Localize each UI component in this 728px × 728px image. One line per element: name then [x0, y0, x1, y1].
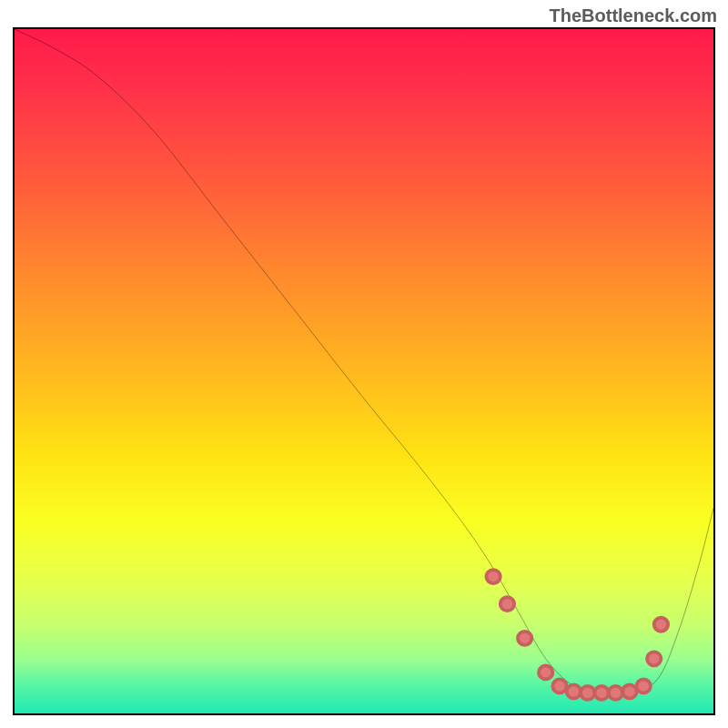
- marker-point: [622, 684, 636, 698]
- chart-canvas: TheBottleneck.com: [0, 0, 728, 728]
- watermark-text: TheBottleneck.com: [550, 5, 717, 26]
- marker-point: [647, 652, 661, 665]
- marker-point: [567, 684, 581, 698]
- plot-frame: [13, 27, 715, 715]
- marker-point: [539, 665, 552, 679]
- bottleneck-curve: [15, 29, 713, 694]
- marker-point: [594, 686, 608, 700]
- marker-point: [654, 618, 668, 632]
- marker-point: [518, 632, 531, 645]
- marker-point: [500, 597, 514, 611]
- marker-point: [552, 679, 566, 693]
- marker-point: [609, 686, 622, 700]
- marker-point: [637, 679, 651, 693]
- highlight-markers: [486, 570, 668, 700]
- marker-point: [581, 686, 594, 700]
- curve-layer: [15, 29, 713, 713]
- marker-point: [486, 570, 500, 583]
